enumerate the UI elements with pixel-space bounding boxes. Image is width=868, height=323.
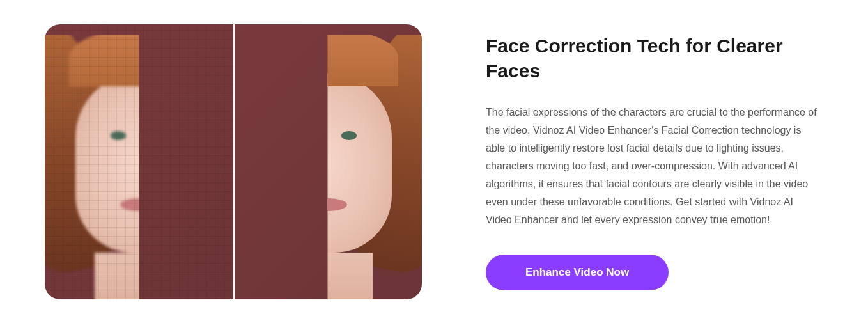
enhance-video-button[interactable]: Enhance Video Now	[486, 255, 669, 290]
feature-content: Face Correction Tech for Clearer Faces T…	[486, 33, 818, 290]
before-image-pixelated	[45, 24, 233, 299]
after-image-clear	[233, 24, 422, 299]
before-after-comparison-image	[45, 24, 422, 299]
comparison-divider	[233, 24, 235, 299]
feature-description: The facial expressions of the characters…	[486, 104, 818, 229]
feature-heading: Face Correction Tech for Clearer Faces	[486, 33, 818, 83]
